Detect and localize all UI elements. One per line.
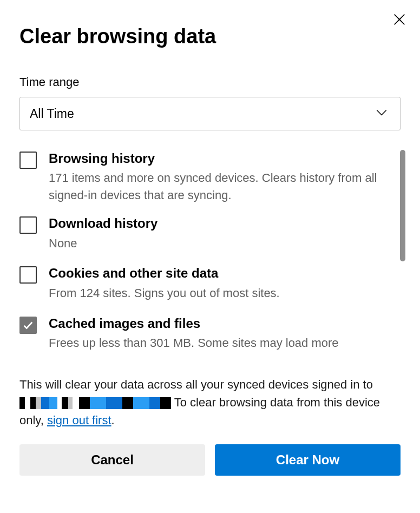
- close-button[interactable]: [390, 10, 409, 29]
- item-text: Download history None: [49, 215, 389, 252]
- close-icon: [392, 12, 407, 27]
- footer-period: .: [111, 413, 115, 427]
- data-types-list: Browsing history 171 items and more on s…: [19, 150, 401, 352]
- item-title: Browsing history: [49, 150, 389, 167]
- time-range-label: Time range: [19, 75, 401, 89]
- item-title: Download history: [49, 215, 389, 232]
- time-range-value: All Time: [19, 97, 401, 130]
- footer-part1: This will clear your data across all you…: [19, 378, 373, 391]
- item-browsing-history: Browsing history 171 items and more on s…: [19, 150, 389, 204]
- item-desc: 171 items and more on synced devices. Cl…: [49, 169, 389, 204]
- cancel-button[interactable]: Cancel: [19, 444, 205, 476]
- dialog-title: Clear browsing data: [19, 25, 401, 48]
- item-text: Cookies and other site data From 124 sit…: [49, 265, 389, 301]
- item-title: Cookies and other site data: [49, 265, 389, 282]
- item-cached: Cached images and files Frees up less th…: [19, 315, 389, 352]
- clear-now-button[interactable]: Clear Now: [215, 444, 401, 476]
- checkbox-download-history[interactable]: [19, 216, 37, 234]
- item-desc: None: [49, 235, 389, 252]
- checkbox-cached[interactable]: [19, 317, 37, 334]
- item-text: Browsing history 171 items and more on s…: [49, 150, 389, 204]
- scrollbar[interactable]: [400, 150, 405, 261]
- item-cookies: Cookies and other site data From 124 sit…: [19, 265, 389, 301]
- item-text: Cached images and files Frees up less th…: [49, 315, 389, 352]
- check-icon: [22, 319, 34, 331]
- time-range-select[interactable]: All Time: [19, 97, 401, 130]
- checkbox-browsing-history[interactable]: [19, 152, 37, 169]
- checkbox-cookies[interactable]: [19, 266, 37, 284]
- item-download-history: Download history None: [19, 215, 389, 252]
- footer-text: This will clear your data across all you…: [19, 376, 401, 429]
- button-row: Cancel Clear Now: [19, 444, 401, 476]
- item-desc: From 124 sites. Signs you out of most si…: [49, 285, 389, 302]
- item-title: Cached images and files: [49, 315, 389, 332]
- item-desc: Frees up less than 301 MB. Some sites ma…: [49, 334, 389, 352]
- sign-out-link[interactable]: sign out first: [47, 413, 111, 427]
- redacted-account: [19, 397, 171, 409]
